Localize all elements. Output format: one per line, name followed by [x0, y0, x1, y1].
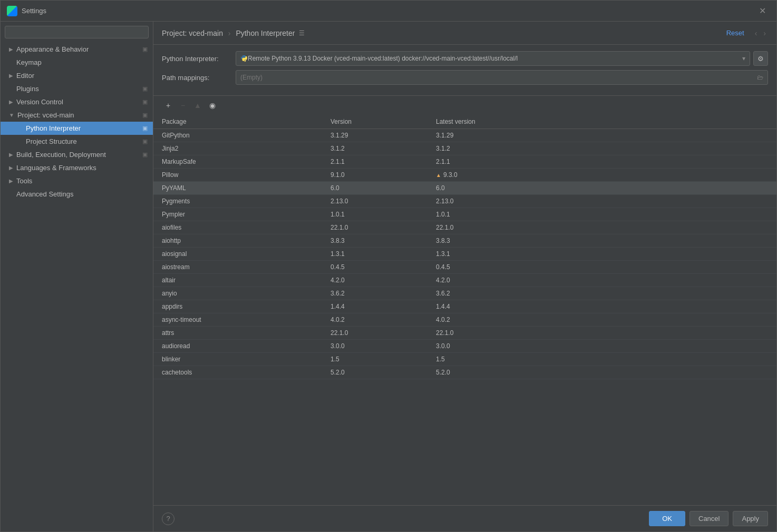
nav-back-button[interactable]: ‹: [753, 28, 760, 38]
search-input[interactable]: [9, 28, 144, 36]
sidebar-item-languages[interactable]: ▶ Languages & Frameworks: [1, 161, 153, 174]
sidebar-item-appearance[interactable]: ▶ Appearance & Behavior ▣: [1, 43, 153, 56]
main-content: ▶ Appearance & Behavior ▣ Keymap ▶ Edito…: [1, 22, 776, 531]
breadcrumb: Project: vced-main › Python Interpreter …: [162, 29, 722, 37]
nav-forward-button[interactable]: ›: [761, 28, 768, 38]
row-version: 4.2.0: [331, 277, 436, 284]
row-latest: 3.8.3: [436, 237, 768, 244]
sidebar-item-plugins[interactable]: Plugins ▣: [1, 82, 153, 95]
sidebar-item-project[interactable]: ▼ Project: vced-main ▣: [1, 109, 153, 122]
sidebar-item-tools[interactable]: ▶ Tools: [1, 174, 153, 188]
path-mappings-input[interactable]: (Empty) 🗁: [236, 70, 768, 85]
sidebar-item-version-control[interactable]: ▶ Version Control ▣: [1, 95, 153, 109]
row-version: 22.1.0: [331, 224, 436, 231]
folder-icon: 🗁: [757, 74, 763, 81]
table-row[interactable]: Pygments 2.13.0 2.13.0: [153, 195, 776, 208]
table-row[interactable]: attrs 22.1.0 22.1.0: [153, 327, 776, 340]
table-row[interactable]: altair 4.2.0 4.2.0: [153, 274, 776, 287]
up-package-button[interactable]: ▲: [191, 99, 204, 112]
search-box[interactable]: [5, 26, 149, 38]
expand-arrow: ▼: [9, 112, 14, 118]
add-package-button[interactable]: +: [162, 99, 174, 112]
row-version: 2.1.1: [331, 158, 436, 165]
row-latest: 1.4.4: [436, 303, 768, 310]
interpreter-value: Remote Python 3.9.13 Docker (vced-main-v…: [248, 55, 740, 62]
table-row[interactable]: blinker 1.5 1.5: [153, 353, 776, 366]
table-row[interactable]: aiohttp 3.8.3 3.8.3: [153, 234, 776, 248]
row-package: attrs: [162, 329, 331, 337]
table-row[interactable]: PyYAML 6.0 6.0: [153, 182, 776, 195]
app-icon: [7, 6, 17, 16]
row-version: 3.0.0: [331, 342, 436, 350]
row-package: GitPython: [162, 132, 331, 139]
table-row[interactable]: aiosignal 1.3.1 1.3.1: [153, 248, 776, 261]
table-row[interactable]: aiostream 0.4.5 0.4.5: [153, 261, 776, 274]
sidebar-item-label: Appearance & Behavior: [16, 45, 89, 53]
plugin-icon: ▣: [142, 85, 148, 92]
table-row[interactable]: Pympler 1.0.1 1.0.1: [153, 208, 776, 221]
sidebar-item-editor[interactable]: ▶ Editor: [1, 69, 153, 82]
row-package: MarkupSafe: [162, 158, 331, 165]
expand-arrow: ▶: [9, 99, 13, 105]
table-row[interactable]: anyio 3.6.2 3.6.2: [153, 287, 776, 300]
apply-button[interactable]: Apply: [733, 511, 768, 526]
table-row[interactable]: Pillow 9.1.0 ▲ 9.3.0: [153, 169, 776, 182]
table-row[interactable]: appdirs 1.4.4 1.4.4: [153, 300, 776, 313]
sidebar-item-python-interpreter[interactable]: Python Interpreter ▣: [1, 122, 153, 135]
row-latest: 5.2.0: [436, 369, 768, 376]
row-version: 6.0: [331, 184, 436, 192]
row-version: 5.2.0: [331, 369, 436, 376]
row-latest: 3.1.29: [436, 132, 768, 139]
table-row[interactable]: GitPython 3.1.29 3.1.29: [153, 129, 776, 142]
row-version: 0.4.5: [331, 263, 436, 271]
row-latest: 22.1.0: [436, 224, 768, 231]
col-header-version: Version: [331, 118, 436, 125]
row-version: 3.8.3: [331, 237, 436, 244]
sidebar-item-label: Version Control: [16, 98, 63, 106]
vc-icon: ▣: [142, 98, 148, 105]
sidebar-item-advanced-settings[interactable]: Advanced Settings: [1, 188, 153, 201]
interpreter-select[interactable]: Remote Python 3.9.13 Docker (vced-main-v…: [236, 51, 750, 66]
remove-package-button[interactable]: −: [177, 99, 189, 112]
titlebar: Settings ✕: [1, 1, 776, 22]
table-row[interactable]: async-timeout 4.0.2 4.0.2: [153, 313, 776, 327]
interpreter-label: Python Interpreter:: [162, 55, 236, 63]
table-row[interactable]: MarkupSafe 2.1.1 2.1.1: [153, 155, 776, 169]
interpreter-settings-button[interactable]: ⚙: [753, 51, 768, 66]
interpreter-row: Python Interpreter:: [162, 51, 768, 66]
ok-button[interactable]: OK: [649, 511, 685, 526]
sidebar-item-build[interactable]: ▶ Build, Execution, Deployment ▣: [1, 148, 153, 161]
help-button[interactable]: ?: [162, 513, 174, 525]
py-icon: ▣: [142, 125, 148, 132]
table-row[interactable]: audioread 3.0.0 3.0.0: [153, 340, 776, 353]
sidebar-item-keymap[interactable]: Keymap: [1, 56, 153, 69]
chevron-down-icon: ▾: [742, 55, 745, 62]
reset-button[interactable]: Reset: [722, 27, 749, 39]
row-latest: 1.0.1: [436, 211, 768, 218]
table-row[interactable]: aiofiles 22.1.0 22.1.0: [153, 221, 776, 234]
sidebar-item-label: Python Interpreter: [26, 124, 81, 132]
packages-table[interactable]: Package Version Latest version GitPython…: [153, 115, 776, 505]
sidebar-item-project-structure[interactable]: Project Structure ▣: [1, 135, 153, 148]
packages-area: + − ▲ ◉ Package Version Latest version G…: [153, 96, 776, 505]
row-latest: 3.0.0: [436, 342, 768, 350]
close-button[interactable]: ✕: [755, 4, 770, 18]
breadcrumb-separator: ›: [226, 29, 232, 37]
expand-arrow: ▶: [9, 73, 13, 78]
table-body: GitPython 3.1.29 3.1.29 Jinja2 3.1.2 3.1…: [153, 129, 776, 379]
path-mappings-value: (Empty): [240, 74, 263, 81]
breadcrumb-menu-icon[interactable]: ☰: [299, 29, 305, 37]
col-header-latest: Latest version: [436, 118, 768, 125]
table-row[interactable]: Jinja2 3.1.2 3.1.2: [153, 142, 776, 155]
row-package: aiostream: [162, 263, 331, 271]
show-packages-button[interactable]: ◉: [206, 99, 219, 112]
row-version: 22.1.0: [331, 329, 436, 337]
panel-header: Project: vced-main › Python Interpreter …: [153, 22, 776, 45]
row-latest: 3.6.2: [436, 290, 768, 297]
sidebar-item-label: Keymap: [16, 58, 42, 66]
cancel-button[interactable]: Cancel: [689, 511, 729, 526]
sidebar-item-label: Languages & Frameworks: [16, 164, 96, 172]
sidebar-item-label: Advanced Settings: [16, 190, 73, 198]
table-row[interactable]: cachetools 5.2.0 5.2.0: [153, 366, 776, 379]
python-icon: [240, 55, 248, 62]
